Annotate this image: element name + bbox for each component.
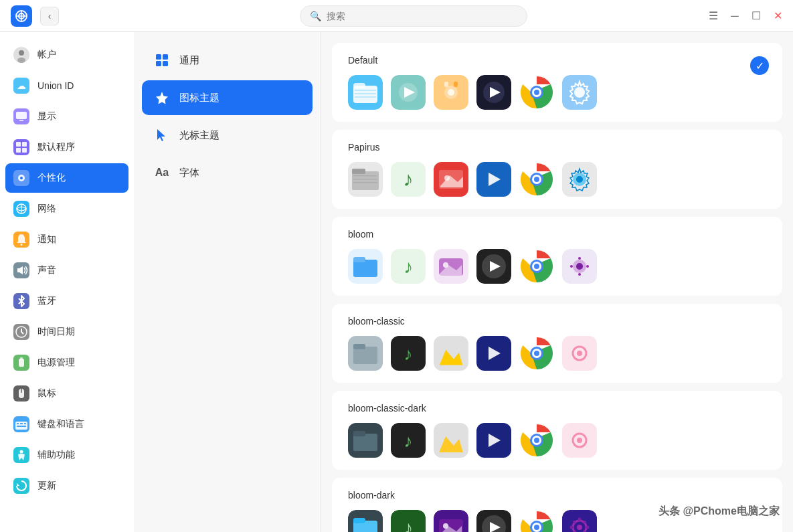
update-icon (13, 478, 29, 494)
bloom-dark-icon-chrome (519, 510, 554, 532)
theme-card-bloom-classic[interactable]: bloom-classic ♪ (332, 304, 782, 383)
bloom-classic-icon-music: ♪ (391, 336, 426, 371)
svg-point-112 (534, 264, 539, 269)
svg-rect-13 (13, 139, 29, 155)
display-icon (13, 108, 29, 124)
search-input[interactable] (327, 11, 517, 21)
sidebar-item-accessibility-label: 辅助功能 (37, 449, 75, 461)
theme-icon-chrome (519, 75, 554, 110)
theme-card-bloom-classic-content: bloom-classic ♪ (348, 316, 766, 371)
datetime-icon (13, 324, 29, 340)
theme-default-name: Default (348, 55, 766, 66)
sidebar-item-datetime[interactable]: 时间日期 (5, 317, 128, 347)
sidebar-item-update[interactable]: 更新 (5, 471, 128, 501)
theme-icon-files (348, 75, 383, 110)
svg-point-175 (586, 526, 590, 529)
svg-point-75 (574, 87, 585, 98)
sidebar-item-power[interactable]: 电源管理 (5, 348, 128, 377)
network-icon (13, 201, 29, 217)
svg-rect-79 (353, 175, 377, 177)
bloom-icon-music: ♪ (391, 249, 426, 284)
svg-rect-50 (163, 54, 168, 60)
theme-bloom-name: bloom (348, 229, 766, 240)
svg-point-64 (448, 89, 454, 96)
theme-card-default[interactable]: Default (332, 43, 782, 122)
bloom-classic-icon-photos (434, 336, 468, 371)
sidebar-item-network[interactable]: 网络 (5, 194, 128, 224)
sidebar-item-mouse[interactable]: 鼠标 (5, 379, 128, 408)
bloom-classic-icon-settings (562, 336, 597, 371)
sidebar-item-mouse-label: 鼠标 (37, 387, 56, 400)
svg-rect-15 (22, 142, 27, 147)
bloom-classic-dark-icon-chrome (519, 423, 554, 458)
sidebar-item-default-apps[interactable]: 默认程序 (5, 132, 128, 162)
sub-item-icon-theme[interactable]: 图标主题 (142, 80, 313, 115)
minimize-button[interactable]: ─ (730, 11, 739, 21)
theme-card-bloom-dark[interactable]: bloom-dark ♪ (332, 478, 782, 532)
sub-item-general[interactable]: 通用 (142, 43, 313, 78)
sub-item-cursor-theme[interactable]: 光标主题 (142, 118, 313, 153)
sidebar-item-personalize-label: 个性化 (37, 172, 66, 184)
svg-rect-78 (352, 169, 365, 174)
union-id-icon: ☁ (13, 78, 29, 94)
svg-point-171 (577, 525, 582, 530)
sidebar-item-network-label: 网络 (37, 203, 56, 215)
theme-card-bloom[interactable]: bloom ♪ (332, 217, 782, 296)
sidebar-item-account[interactable]: 帐户 (5, 40, 128, 70)
svg-point-73 (534, 90, 539, 95)
svg-text:♪: ♪ (404, 431, 413, 451)
svg-point-176 (573, 521, 576, 523)
svg-rect-11 (16, 112, 27, 119)
bloom-dark-icon-settings (562, 510, 597, 532)
svg-point-93 (534, 177, 539, 182)
sidebar-item-display-label: 显示 (37, 110, 56, 122)
theme-bloom-classic-dark-name: bloom-classic-dark (348, 403, 766, 414)
sidebar-item-notification[interactable]: 通知 (5, 225, 128, 254)
primary-sidebar: 帐户 ☁ Union ID 显示 默认程序 个性化 (0, 32, 134, 532)
bloom-classic-dark-icon-music: ♪ (391, 423, 426, 458)
theme-bloom-classic-icons: ♪ (348, 336, 766, 371)
maximize-button[interactable]: ☐ (752, 11, 761, 21)
back-button[interactable]: ‹ (40, 7, 59, 25)
svg-rect-59 (355, 96, 376, 98)
sub-item-font[interactable]: Aa 字体 (142, 155, 313, 190)
general-icon (153, 51, 171, 70)
sub-item-font-label: 字体 (179, 167, 199, 179)
content-area: Default (321, 32, 793, 532)
bloom-classic-icon-chrome (519, 336, 554, 371)
theme-card-bloom-classic-dark[interactable]: bloom-classic-dark ♪ (332, 391, 782, 470)
sidebar-item-personalize[interactable]: 个性化 (5, 163, 128, 193)
sub-item-icon-theme-label: 图标主题 (179, 92, 219, 104)
search-bar[interactable]: 🔍 (300, 5, 527, 27)
svg-point-149 (534, 438, 539, 443)
svg-rect-56 (353, 83, 365, 88)
svg-point-96 (576, 176, 583, 183)
theme-bloom-classic-dark-icons: ♪ (348, 423, 766, 458)
theme-bloom-dark-icons: ♪ (348, 510, 766, 532)
svg-point-115 (576, 263, 583, 270)
bloom-classic-dark-icon-photos (434, 423, 468, 458)
theme-card-bloom-classic-dark-content: bloom-classic-dark ♪ (348, 403, 766, 458)
search-icon: 🔍 (310, 11, 321, 21)
svg-rect-14 (16, 142, 21, 147)
papirus-icon-chrome (519, 162, 554, 197)
theme-card-papirus[interactable]: Papirus ♪ (332, 130, 782, 209)
svg-rect-122 (353, 344, 365, 349)
close-button[interactable]: ✕ (773, 11, 782, 21)
sidebar-item-datetime-label: 时间日期 (37, 326, 75, 338)
papirus-icon-music: ♪ (391, 162, 426, 197)
sidebar-item-accessibility[interactable]: 辅助功能 (5, 440, 128, 470)
bluetooth-icon (13, 293, 29, 309)
sidebar-item-keyboard[interactable]: 键盘和语言 (5, 410, 128, 439)
theme-icon-music (391, 75, 426, 110)
menu-button[interactable]: ☰ (709, 11, 718, 21)
sidebar-item-display[interactable]: 显示 (5, 102, 128, 131)
sub-sidebar: 通用 图标主题 光标主题 Aa 字体 (134, 32, 321, 532)
sidebar-item-sound[interactable]: 声音 (5, 256, 128, 285)
svg-rect-99 (353, 257, 365, 262)
svg-point-20 (20, 177, 23, 179)
sidebar-item-union-id[interactable]: ☁ Union ID (5, 71, 128, 100)
bloom-dark-icon-files (348, 510, 383, 532)
svg-rect-66 (454, 82, 458, 87)
sidebar-item-bluetooth[interactable]: 蓝牙 (5, 286, 128, 316)
